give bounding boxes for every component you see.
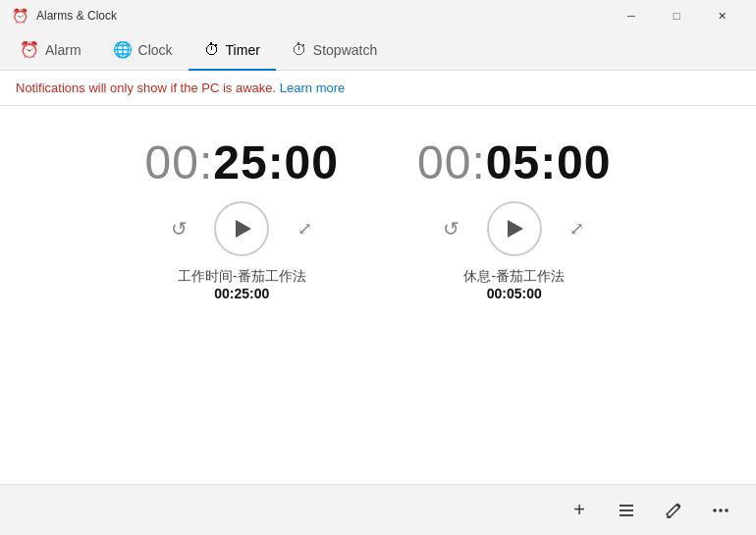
clock-tab-label: Clock xyxy=(138,42,173,58)
svg-point-7 xyxy=(725,508,729,512)
play-icon xyxy=(236,220,251,238)
timer-1-label-name: 工作时间-番茄工作法 xyxy=(178,268,306,286)
bottom-toolbar: + xyxy=(0,484,756,535)
svg-point-6 xyxy=(719,508,723,512)
add-timer-button[interactable]: + xyxy=(560,491,599,530)
tab-clock[interactable]: 🌐 Clock xyxy=(97,32,189,71)
tab-stopwatch[interactable]: ⏱ Stopwatch xyxy=(276,33,393,71)
app-title: Alarms & Clock xyxy=(36,9,117,23)
title-bar: ⏰ Alarms & Clock ─ □ ✕ xyxy=(0,0,756,31)
timer-1-expand-button[interactable] xyxy=(289,213,320,244)
timer-card-1: 00:25:00 工作时间-番茄工作法 00:25:00 xyxy=(145,135,340,301)
minimize-button[interactable]: ─ xyxy=(609,0,654,31)
timer-1-play-button[interactable] xyxy=(214,201,269,256)
learn-more-link[interactable]: Learn more xyxy=(280,80,345,95)
timer-1-display-bold: 25:00 xyxy=(213,136,339,188)
timer-2-reset-button[interactable] xyxy=(436,213,467,244)
more-icon xyxy=(711,501,730,520)
timer-1-reset-button[interactable] xyxy=(163,213,194,244)
close-button[interactable]: ✕ xyxy=(699,0,744,31)
timer-1-display: 00:25:00 xyxy=(145,135,340,189)
svg-point-5 xyxy=(713,508,717,512)
list-icon xyxy=(617,501,636,520)
main-content: 00:25:00 工作时间-番茄工作法 00:25:00 00:05:00 休息… xyxy=(0,106,756,484)
timer-tab-label: Timer xyxy=(226,42,260,58)
timer-2-play-button[interactable] xyxy=(487,201,542,256)
timer-2-label-time: 00:05:00 xyxy=(463,286,565,301)
alarm-tab-icon: ⏰ xyxy=(20,40,39,59)
title-bar-left: ⏰ Alarms & Clock xyxy=(12,8,117,24)
timer-1-label-time: 00:25:00 xyxy=(178,286,306,301)
edit-icon xyxy=(664,501,683,520)
maximize-button[interactable]: □ xyxy=(654,0,699,31)
more-options-button[interactable] xyxy=(701,491,740,530)
timer-2-display-light: 00: xyxy=(417,136,486,188)
clock-tab-icon: 🌐 xyxy=(113,40,133,59)
timer-2-expand-button[interactable] xyxy=(562,213,593,244)
timer-2-controls xyxy=(436,201,593,256)
title-bar-controls: ─ □ ✕ xyxy=(609,0,744,31)
timer-1-label: 工作时间-番茄工作法 00:25:00 xyxy=(178,268,306,301)
app-icon: ⏰ xyxy=(12,8,28,24)
edit-button[interactable] xyxy=(654,491,693,530)
timer-2-label-name: 休息-番茄工作法 xyxy=(463,268,565,286)
tab-alarm[interactable]: ⏰ Alarm xyxy=(4,32,97,71)
timer-2-display: 00:05:00 xyxy=(417,135,612,189)
timer-2-label: 休息-番茄工作法 00:05:00 xyxy=(463,268,565,301)
stopwatch-tab-icon: ⏱ xyxy=(292,41,307,59)
nav-bar: ⏰ Alarm 🌐 Clock ⏱ Timer ⏱ Stopwatch xyxy=(0,31,756,71)
timer-1-display-light: 00: xyxy=(145,136,214,188)
list-view-button[interactable] xyxy=(607,491,646,530)
timer-2-display-bold: 05:00 xyxy=(486,136,612,188)
alarm-tab-label: Alarm xyxy=(45,42,81,58)
tab-timer[interactable]: ⏱ Timer xyxy=(189,33,276,71)
notification-text: Notifications will only show if the PC i… xyxy=(16,80,276,95)
notification-bar: Notifications will only show if the PC i… xyxy=(0,71,756,106)
timer-tab-icon: ⏱ xyxy=(204,41,220,59)
play-icon-2 xyxy=(508,220,523,238)
timer-card-2: 00:05:00 休息-番茄工作法 00:05:00 xyxy=(417,135,612,301)
stopwatch-tab-label: Stopwatch xyxy=(313,42,377,58)
timer-1-controls xyxy=(163,201,320,256)
